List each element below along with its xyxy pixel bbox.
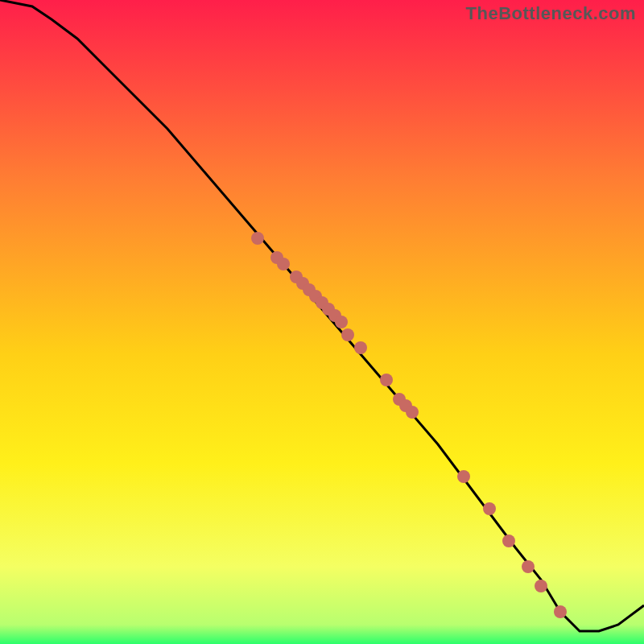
watermark-text: TheBottleneck.com bbox=[466, 3, 636, 24]
marker-dot bbox=[535, 580, 547, 592]
chart-background-gradient bbox=[0, 0, 644, 644]
marker-dot bbox=[251, 232, 264, 245]
marker-dot bbox=[354, 341, 367, 354]
marker-dot bbox=[502, 535, 515, 547]
marker-dot bbox=[483, 502, 496, 515]
bottleneck-chart: TheBottleneck.com bbox=[0, 0, 644, 644]
marker-dot bbox=[277, 258, 290, 270]
marker-dot bbox=[380, 374, 393, 386]
marker-dot bbox=[522, 560, 535, 573]
marker-dot bbox=[341, 328, 354, 341]
marker-dot bbox=[457, 470, 470, 483]
chart-svg bbox=[0, 0, 644, 644]
marker-dot bbox=[406, 406, 419, 419]
marker-dot bbox=[335, 316, 348, 328]
marker-dot bbox=[554, 605, 567, 618]
